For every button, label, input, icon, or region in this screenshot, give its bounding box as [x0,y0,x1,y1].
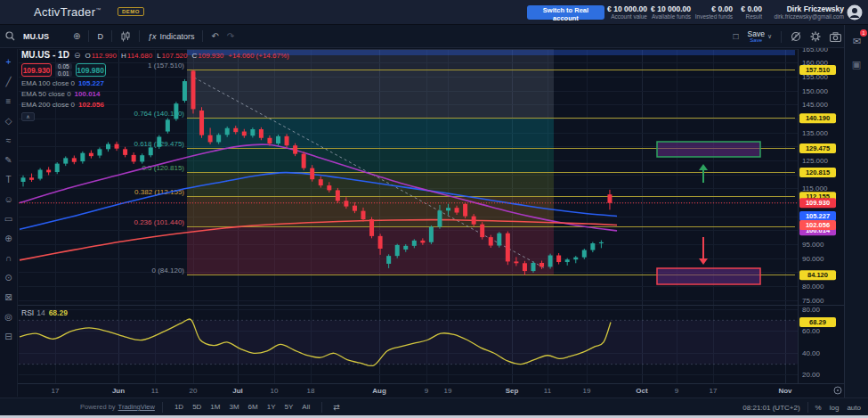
sell-button[interactable]: 109.930 [21,63,52,77]
time-axis-label: Jun [112,387,125,395]
draw-mode-icon[interactable]: ⊙ [0,268,17,288]
candle [480,225,484,237]
up-arrow-head [699,164,708,170]
range-6m[interactable]: 6M [248,403,258,411]
divider [162,402,163,413]
undo-icon[interactable]: ↶ [211,25,218,48]
divider [111,30,112,42]
bottom-bar: Powered by TradingView 1D 5D 1M 3M 6M 1Y… [0,398,868,415]
down-arrow-head [699,258,708,265]
candle [353,206,357,211]
target-zone-upper[interactable] [657,142,760,157]
time-axis-label: 20 [190,387,198,395]
right-sidebar: ✉ 1 ▣ [844,25,868,398]
ema100-value: 105.227 [78,79,104,87]
fib-label: 0 (84.120) [152,266,185,275]
log-scale-button[interactable]: log [830,404,840,412]
fib-band [187,148,554,172]
symbol-title: MU.US - 1D [21,50,69,60]
news-panel-icon[interactable]: ▣ [845,59,868,70]
interval-button[interactable]: D [97,32,103,41]
time-axis-label: 9 [675,387,679,395]
divider [139,30,140,42]
emoji-icon[interactable]: ☺ [0,190,17,209]
search-icon[interactable] [5,31,15,41]
time-axis-label: 9 [425,387,429,395]
spread-top: 0.05 [55,63,72,70]
target-zone-lower[interactable] [657,268,760,284]
range-1y[interactable]: 1Y [267,403,276,411]
indicators-button[interactable]: Indicators [159,32,194,41]
magnet-icon[interactable]: ∩ [0,249,17,268]
refresh-icon[interactable]: ⇄ [333,403,340,412]
candle [565,259,570,262]
axis-badge-text: 120.815 [806,168,830,176]
candle [437,210,442,226]
elliott-wave-icon[interactable]: ≈ [0,131,17,151]
avatar[interactable] [847,4,863,20]
candle [115,144,119,149]
chart-legend: MU.US - 1D ⊖ O112.990 H114.680 L107.520 … [21,50,289,121]
candle [46,170,51,173]
high-value: 114.680 [127,52,152,60]
candle [123,149,127,155]
range-5d[interactable]: 5D [192,403,201,411]
range-1d[interactable]: 1D [174,403,183,411]
brush-icon[interactable]: ✎ [0,151,17,170]
minus-circle-icon[interactable]: ⊖ [74,51,81,60]
hide-drawings-icon[interactable]: ◎ [0,307,17,327]
lock-drawings-icon[interactable]: ⊠ [0,288,17,307]
price-axis-label: 145.000 [802,101,828,109]
zoom-in-icon[interactable]: ⊕ [0,229,17,249]
tradingview-link[interactable]: TradingView [118,403,155,411]
range-1m[interactable]: 1M [210,403,220,411]
axis-badge-text: 84.120 [807,271,828,279]
save-button[interactable]: SaveSave ∨ [748,25,773,48]
collapse-legend-button[interactable]: ∧ [21,112,35,121]
candle [582,250,587,258]
auto-scale-button[interactable]: auto [847,404,861,412]
result-value: € 0.00 [718,4,762,13]
delete-drawings-icon[interactable]: ⊟ [0,327,17,347]
alert-off-icon[interactable] [791,31,801,42]
layout-icon[interactable]: □ [733,25,738,48]
pattern-icon[interactable]: ◇ [0,111,17,131]
candle [149,147,153,155]
candle [80,153,85,161]
ema100-label: EMA 100 close 0 [21,79,75,87]
time-axis-label: Jul [232,387,243,395]
buy-button[interactable]: 109.980 [76,63,106,77]
trend-line-icon[interactable]: ╱ [0,72,17,92]
brand-text: ActivTrader [34,5,95,19]
candle [216,135,221,142]
redo-icon[interactable]: ↷ [227,25,234,48]
candle [395,245,400,256]
time-axis-label: 19 [444,387,452,395]
compare-add-icon[interactable]: ⊕ [73,25,80,48]
axis-badge-text: 140.190 [806,114,830,122]
divider [321,402,322,413]
measure-icon[interactable]: ▭ [0,209,17,229]
chevron-down-icon[interactable]: ∨ [767,25,772,48]
notifications-button[interactable]: ✉ 1 [845,32,868,50]
candle [336,190,340,201]
candle [523,263,527,271]
range-5y[interactable]: 5Y [285,403,294,411]
crosshair-icon[interactable]: + [0,53,17,72]
candle-style-icon[interactable] [120,31,131,42]
user-name: Dirk Friczewsky [762,4,844,13]
symbol-search[interactable]: MU.US [23,32,49,41]
fib-retracement-icon[interactable]: ≡ [0,92,17,111]
range-3m[interactable]: 3M [229,403,239,411]
candle [285,136,289,145]
candle [403,246,408,250]
candle [506,234,510,262]
notification-badge: 1 [860,29,867,37]
save-sub-label: Save [750,37,762,43]
range-all[interactable]: All [302,403,310,411]
text-tool-icon[interactable]: T [0,170,17,190]
candle [590,243,595,250]
camera-icon[interactable] [830,32,841,42]
percent-scale-button[interactable]: % [815,404,822,412]
gear-icon[interactable] [810,31,821,42]
